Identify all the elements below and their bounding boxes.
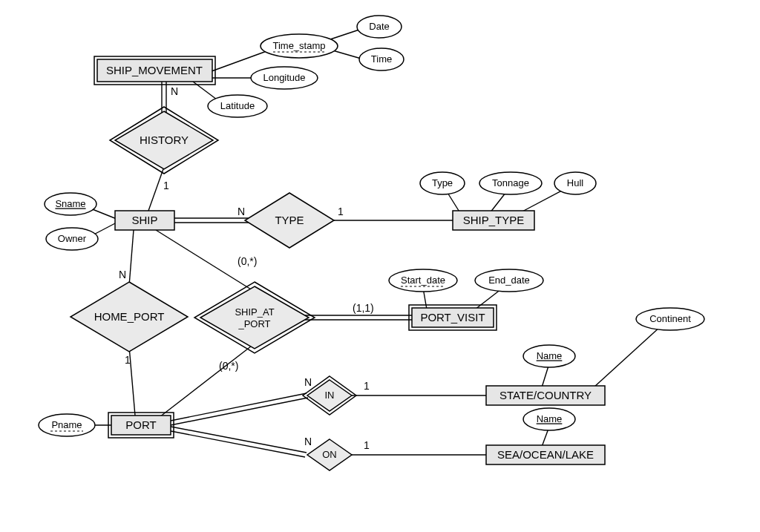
attr-name-sol: Name bbox=[523, 408, 575, 430]
card-sap-right: (1,1) bbox=[353, 302, 374, 314]
attr-type: Type bbox=[420, 172, 465, 194]
entity-ship: SHIP bbox=[115, 211, 174, 230]
svg-text:Name: Name bbox=[537, 350, 563, 361]
attr-start-date: Start_date bbox=[389, 269, 457, 292]
card-in-1: 1 bbox=[364, 380, 370, 392]
rel-ship-at-port: SHIP_AT _PORT bbox=[194, 282, 315, 353]
svg-text:Tonnage: Tonnage bbox=[492, 177, 529, 188]
svg-text:Latitude: Latitude bbox=[220, 100, 255, 111]
conn-port-on-b bbox=[167, 430, 305, 457]
svg-text:Continent: Continent bbox=[649, 313, 691, 324]
conn-port-on-a bbox=[167, 426, 307, 453]
svg-text:SHIP_AT: SHIP_AT bbox=[235, 306, 274, 318]
attr-name-sc: Name bbox=[523, 345, 575, 367]
card-hist-n: N bbox=[171, 85, 178, 97]
entity-port: PORT bbox=[108, 413, 174, 438]
er-diagram: N 1 N 1 N 1 (0,*) (1,1) (0,*) N 1 N 1 bbox=[0, 0, 760, 532]
card-type-1: 1 bbox=[338, 206, 344, 217]
rel-home-port: HOME_PORT bbox=[71, 282, 188, 352]
svg-text:Owner: Owner bbox=[58, 233, 87, 244]
attr-hull: Hull bbox=[554, 172, 596, 194]
card-on-n: N bbox=[304, 436, 312, 447]
conn-port-in-b bbox=[167, 398, 308, 426]
conn-sc-cont bbox=[594, 326, 661, 387]
attr-end-date: End_date bbox=[475, 269, 543, 292]
svg-text:End_date: End_date bbox=[488, 275, 530, 286]
svg-text:PORT: PORT bbox=[125, 418, 156, 431]
svg-text:HISTORY: HISTORY bbox=[140, 134, 189, 146]
svg-text:Start_date: Start_date bbox=[401, 275, 445, 286]
attr-date: Date bbox=[357, 16, 402, 38]
svg-text:_PORT: _PORT bbox=[238, 318, 270, 329]
attr-time: Time bbox=[359, 48, 404, 70]
attr-sname: Sname bbox=[45, 193, 96, 215]
svg-text:Longitude: Longitude bbox=[263, 72, 305, 83]
card-sap-bottom: (0,*) bbox=[219, 360, 238, 372]
svg-text:ON: ON bbox=[322, 449, 337, 460]
conn-sap-port bbox=[160, 344, 255, 417]
svg-text:TYPE: TYPE bbox=[275, 214, 304, 226]
entity-ship-type: SHIP_TYPE bbox=[453, 211, 534, 230]
rel-history: HISTORY bbox=[110, 107, 218, 174]
card-hist-1: 1 bbox=[163, 180, 169, 191]
entity-ship-movement: SHIP_MOVEMENT bbox=[94, 56, 215, 85]
svg-text:PORT_VISIT: PORT_VISIT bbox=[420, 311, 485, 324]
svg-text:SHIP_MOVEMENT: SHIP_MOVEMENT bbox=[106, 64, 203, 76]
svg-text:SEA/OCEAN/LAKE: SEA/OCEAN/LAKE bbox=[497, 448, 594, 461]
rel-type: TYPE bbox=[245, 193, 334, 248]
entity-state-country: STATE/COUNTRY bbox=[486, 386, 605, 405]
svg-text:SHIP_TYPE: SHIP_TYPE bbox=[463, 214, 525, 226]
svg-text:HOME_PORT: HOME_PORT bbox=[94, 310, 165, 323]
card-type-n: N bbox=[238, 206, 245, 217]
card-in-n: N bbox=[304, 376, 312, 388]
svg-text:Hull: Hull bbox=[567, 177, 584, 188]
attr-latitude: Latitude bbox=[208, 95, 267, 117]
attr-longitude: Longitude bbox=[251, 67, 318, 89]
conn-hist-ship bbox=[148, 167, 164, 211]
attr-time-stamp: Time_stamp bbox=[261, 34, 338, 58]
entity-port-visit: PORT_VISIT bbox=[409, 305, 497, 330]
svg-text:STATE/COUNTRY: STATE/COUNTRY bbox=[499, 389, 592, 401]
svg-text:Time: Time bbox=[371, 53, 392, 65]
svg-text:Sname: Sname bbox=[55, 198, 85, 209]
conn-port-in-a bbox=[167, 393, 307, 421]
card-on-1: 1 bbox=[364, 439, 370, 451]
svg-text:SHIP: SHIP bbox=[131, 214, 157, 226]
svg-text:Time_stamp: Time_stamp bbox=[272, 40, 325, 51]
entity-sea-ocean-lake: SEA/OCEAN/LAKE bbox=[486, 445, 605, 464]
card-sap-top: (0,*) bbox=[238, 255, 257, 267]
attr-pname: Pname bbox=[39, 414, 95, 436]
svg-text:Pname: Pname bbox=[51, 419, 82, 430]
rel-on: ON bbox=[307, 439, 352, 470]
svg-text:Name: Name bbox=[537, 413, 563, 424]
svg-text:Date: Date bbox=[369, 21, 389, 32]
conn-ship-hp bbox=[129, 230, 134, 286]
attr-owner: Owner bbox=[46, 228, 98, 250]
card-hp-n: N bbox=[119, 269, 126, 280]
card-hp-1: 1 bbox=[125, 354, 131, 366]
svg-text:IN: IN bbox=[325, 390, 335, 401]
svg-text:Type: Type bbox=[432, 177, 453, 188]
attr-continent: Continent bbox=[636, 308, 704, 330]
attr-tonnage: Tonnage bbox=[479, 172, 542, 194]
